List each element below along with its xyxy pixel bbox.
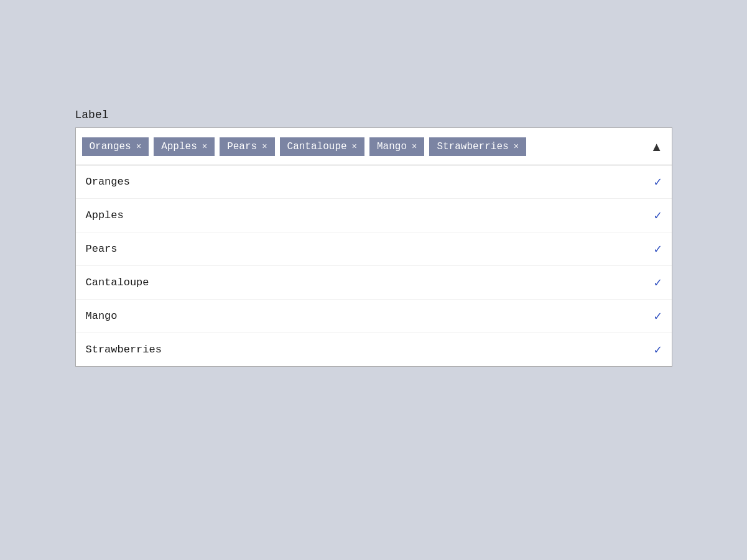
dropdown-list: Oranges✓Apples✓Pears✓Cantaloupe✓Mango✓St… <box>76 165 672 366</box>
tag-mango: Mango× <box>369 137 424 156</box>
tag-remove-mango[interactable]: × <box>412 142 417 151</box>
check-icon-strawberries: ✓ <box>654 342 661 357</box>
tag-cantaloupe: Cantaloupe× <box>280 137 364 156</box>
check-icon-mango: ✓ <box>654 308 661 324</box>
chevron-toggle-button[interactable]: ▲ <box>648 137 666 156</box>
multiselect-container: Label Oranges×Apples×Pears×Cantaloupe×Ma… <box>75 109 672 367</box>
option-label-cantaloupe: Cantaloupe <box>86 277 149 288</box>
option-label-strawberries: Strawberries <box>86 344 162 356</box>
tag-label-mango: Mango <box>377 141 407 152</box>
tag-strawberries: Strawberries× <box>429 137 526 156</box>
tag-label-apples: Apples <box>161 141 197 152</box>
tag-label-strawberries: Strawberries <box>437 141 508 152</box>
dropdown-item-mango[interactable]: Mango✓ <box>76 300 672 333</box>
option-label-apples: Apples <box>86 209 124 221</box>
tag-remove-pears[interactable]: × <box>262 142 267 151</box>
selected-tags-area: Oranges×Apples×Pears×Cantaloupe×Mango×St… <box>76 128 672 165</box>
tag-label-cantaloupe: Cantaloupe <box>287 141 347 152</box>
dropdown-item-strawberries[interactable]: Strawberries✓ <box>76 333 672 366</box>
tag-remove-oranges[interactable]: × <box>136 142 141 151</box>
dropdown-item-pears[interactable]: Pears✓ <box>76 232 672 266</box>
tag-remove-strawberries[interactable]: × <box>514 142 519 151</box>
tag-label-oranges: Oranges <box>90 141 131 152</box>
dropdown-item-apples[interactable]: Apples✓ <box>76 199 672 232</box>
option-label-oranges: Oranges <box>86 176 130 188</box>
check-icon-oranges: ✓ <box>654 174 661 190</box>
dropdown-item-oranges[interactable]: Oranges✓ <box>76 165 672 199</box>
tag-remove-apples[interactable]: × <box>202 142 207 151</box>
tag-oranges: Oranges× <box>82 137 149 156</box>
tag-pears: Pears× <box>220 137 274 156</box>
tag-remove-cantaloupe[interactable]: × <box>352 142 357 151</box>
field-label: Label <box>75 109 672 121</box>
check-icon-pears: ✓ <box>654 241 661 257</box>
check-icon-apples: ✓ <box>654 208 661 223</box>
multiselect-box: Oranges×Apples×Pears×Cantaloupe×Mango×St… <box>75 127 672 367</box>
tag-apples: Apples× <box>154 137 215 156</box>
dropdown-item-cantaloupe[interactable]: Cantaloupe✓ <box>76 266 672 300</box>
option-label-mango: Mango <box>86 310 118 322</box>
check-icon-cantaloupe: ✓ <box>654 275 661 290</box>
option-label-pears: Pears <box>86 243 118 255</box>
tag-label-pears: Pears <box>227 141 257 152</box>
